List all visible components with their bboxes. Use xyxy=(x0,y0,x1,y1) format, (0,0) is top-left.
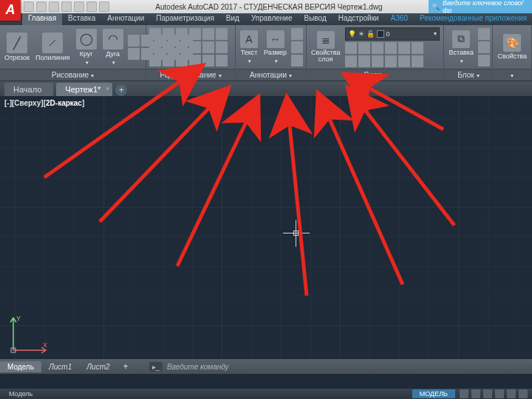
close-icon[interactable]: × xyxy=(106,85,109,92)
modify-mini-icon[interactable] xyxy=(202,41,214,53)
properties-label: Свойства xyxy=(497,52,527,60)
panel-annotation: A Текст ↔ Размер Аннотации xyxy=(236,25,307,81)
start-tab[interactable]: Начало xyxy=(4,83,53,96)
polyline-button[interactable]: ⟋ Полилиния xyxy=(34,33,72,61)
layer-mini-icon[interactable] xyxy=(385,55,397,67)
new-tab-button[interactable]: + xyxy=(115,84,127,96)
modify-mini-icon[interactable] xyxy=(202,28,214,40)
viewport-controls[interactable]: [-][Сверху][2D-каркас] xyxy=(4,99,84,107)
modify-mini-icon[interactable] xyxy=(149,55,161,66)
annot-mini-icon[interactable] xyxy=(291,28,303,40)
layer-mini-icon[interactable] xyxy=(372,42,383,54)
modify-mini-icon[interactable] xyxy=(202,55,214,66)
properties-button[interactable]: 🎨 Свойства xyxy=(496,34,528,60)
ribbon-tab-a360[interactable]: A360 xyxy=(385,13,414,25)
panel-layers-title[interactable]: Слои xyxy=(307,69,444,81)
ribbon-tab-addins[interactable]: Надстройки xyxy=(332,13,385,25)
status-model-space[interactable]: Модель xyxy=(0,390,41,398)
modify-mini-icon[interactable] xyxy=(176,55,188,66)
layer-mini-icon[interactable] xyxy=(412,55,423,67)
layer-mini-icon[interactable] xyxy=(398,42,410,54)
current-layer-dropdown[interactable]: 💡 ☀ 🔓 0 ▾ xyxy=(345,27,440,41)
infocenter-search[interactable]: 🔍 Введите ключевое слово/фр xyxy=(429,0,532,13)
modify-mini-icon[interactable] xyxy=(149,28,161,40)
qat-redo-icon[interactable] xyxy=(99,1,109,12)
command-history-icon[interactable]: ▸_ xyxy=(149,362,163,372)
layer-properties-button[interactable]: ≣ Свойства слоя xyxy=(310,31,342,63)
modify-mini-icon[interactable] xyxy=(216,55,228,66)
annot-mini-icon[interactable] xyxy=(291,41,303,53)
modify-mini-icon[interactable] xyxy=(189,41,201,53)
qat-open-icon[interactable] xyxy=(36,1,47,12)
circle-button[interactable]: ◯ Круг xyxy=(75,29,98,66)
insert-block-button[interactable]: ⧉ Вставка xyxy=(447,30,474,64)
modify-mini-icon[interactable] xyxy=(163,55,174,66)
status-icon[interactable] xyxy=(471,389,480,398)
dimension-button[interactable]: ↔ Размер xyxy=(262,30,288,64)
status-icon[interactable] xyxy=(495,389,504,398)
ribbon-tab-insert[interactable]: Вставка xyxy=(62,13,101,25)
line-button[interactable]: ╱ Отрезок xyxy=(3,33,31,61)
ribbon-tab-featured-apps[interactable]: Рекомендованные приложения xyxy=(414,13,532,25)
modify-mini-icon[interactable] xyxy=(216,28,228,40)
status-icon[interactable] xyxy=(507,389,516,398)
command-line[interactable]: ▸_ Введите команду xyxy=(149,362,532,372)
ribbon-tab-output[interactable]: Вывод xyxy=(299,13,332,25)
draw-mini-icon[interactable] xyxy=(128,35,140,47)
qat-saveas-icon[interactable] xyxy=(61,1,72,12)
panel-modify-title[interactable]: Редактирование xyxy=(146,69,235,81)
model-tab[interactable]: Модель xyxy=(0,361,41,372)
drawing-viewport[interactable]: [-][Сверху][2D-каркас] Y X Модель Лист1 … xyxy=(0,96,532,374)
panel-properties-title[interactable] xyxy=(493,69,531,81)
ribbon-tab-manage[interactable]: Управление xyxy=(245,13,299,25)
modify-mini-icon[interactable] xyxy=(149,41,161,53)
modify-mini-icon[interactable] xyxy=(216,41,228,53)
layer-properties-label: Свойства слоя xyxy=(311,50,341,63)
add-layout-button[interactable]: + xyxy=(117,361,134,372)
layer-mini-icon[interactable] xyxy=(385,42,397,54)
qat-plot-icon[interactable] xyxy=(74,1,84,12)
layer-mini-icon[interactable] xyxy=(412,42,423,54)
qat-undo-icon[interactable] xyxy=(86,1,97,12)
arc-button[interactable]: ◠ Дуга xyxy=(101,29,125,66)
ribbon-tab-annotate[interactable]: Аннотации xyxy=(101,13,150,25)
document-tab-strip: Начало Чертеж1*× + xyxy=(0,81,532,96)
status-icon[interactable] xyxy=(483,389,492,398)
layout1-tab[interactable]: Лист1 xyxy=(41,361,79,372)
panel-draw-title[interactable]: Рисование xyxy=(0,69,146,81)
modify-mini-icon[interactable] xyxy=(189,55,201,66)
modify-mini-icon[interactable] xyxy=(163,28,174,40)
layout2-tab[interactable]: Лист2 xyxy=(79,361,117,372)
ribbon-tab-home[interactable]: Главная xyxy=(22,13,62,25)
status-model-badge[interactable]: МОДЕЛЬ xyxy=(412,389,455,398)
block-mini-icon[interactable] xyxy=(478,55,490,66)
panel-block-title[interactable]: Блок xyxy=(444,69,492,81)
qat-save-icon[interactable] xyxy=(49,1,59,12)
ribbon-tab-view[interactable]: Вид xyxy=(220,13,245,25)
ucs-icon[interactable]: Y X xyxy=(9,313,50,355)
modify-mini-icon[interactable] xyxy=(176,41,188,53)
layer-mini-icon[interactable] xyxy=(358,55,370,67)
draw-mini-icon[interactable] xyxy=(128,48,140,60)
annot-mini-icon[interactable] xyxy=(291,55,303,66)
drawing-tab[interactable]: Чертеж1*× xyxy=(56,83,112,96)
layer-mini-icon[interactable] xyxy=(345,55,357,67)
layer-mini-icon[interactable] xyxy=(358,42,370,54)
status-icon[interactable] xyxy=(460,389,468,398)
layer-mini-icon[interactable] xyxy=(345,42,357,54)
modify-mini-icon[interactable] xyxy=(163,41,174,53)
line-icon: ╱ xyxy=(7,33,27,53)
status-icon[interactable] xyxy=(519,389,528,398)
block-mini-icon[interactable] xyxy=(478,41,490,53)
layer-mini-icon[interactable] xyxy=(372,55,383,67)
quick-access-toolbar xyxy=(24,1,109,12)
application-menu-button[interactable]: A xyxy=(0,0,21,21)
qat-new-icon[interactable] xyxy=(24,1,34,12)
modify-mini-icon[interactable] xyxy=(176,28,188,40)
ribbon-tab-parametric[interactable]: Параметризация xyxy=(150,13,220,25)
block-mini-icon[interactable] xyxy=(478,28,490,40)
modify-mini-icon[interactable] xyxy=(189,28,201,40)
layer-mini-icon[interactable] xyxy=(398,55,410,67)
panel-annotation-title[interactable]: Аннотации xyxy=(236,69,306,81)
text-button[interactable]: A Текст xyxy=(239,30,259,64)
